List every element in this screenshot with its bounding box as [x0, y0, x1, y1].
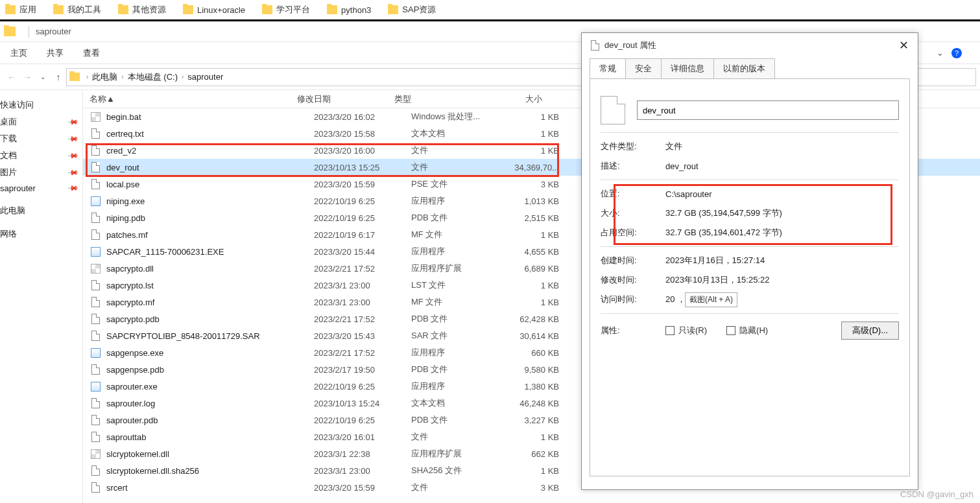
- sidebar-network[interactable]: 网络: [0, 226, 82, 242]
- sidebar-item[interactable]: 文档📌: [0, 147, 82, 164]
- bookmark-item[interactable]: 其他资源: [118, 4, 166, 16]
- exe-icon: [91, 196, 101, 206]
- value-type: 文件: [665, 141, 682, 152]
- col-size[interactable]: 大小: [489, 93, 554, 105]
- bookmark-item[interactable]: 学习平台: [262, 4, 310, 16]
- chevron-down-icon[interactable]: ⌄: [35, 73, 51, 80]
- advanced-button[interactable]: 高级(D)...: [841, 322, 899, 340]
- file-icon: [91, 162, 100, 172]
- file-icon: [91, 482, 100, 493]
- value-disk: 32.7 GB (35,194,601,472 字节): [665, 227, 782, 239]
- sidebar-item[interactable]: 桌面📌: [0, 113, 82, 130]
- col-date[interactable]: 修改日期: [297, 93, 394, 105]
- folder-icon: [53, 5, 64, 14]
- col-name[interactable]: 名称▲: [90, 93, 297, 105]
- value-desc: dev_rout: [665, 161, 699, 171]
- file-icon: [91, 331, 100, 341]
- col-type[interactable]: 类型: [394, 93, 489, 105]
- crumb-pc[interactable]: 此电脑: [90, 71, 120, 83]
- file-icon: [91, 128, 100, 139]
- file-icon: [91, 314, 100, 324]
- folder-icon: [118, 5, 128, 14]
- tab-share[interactable]: 共享: [47, 47, 64, 59]
- dialog-tabs: 常规安全详细信息以前的版本: [582, 58, 918, 78]
- folder-icon: [388, 5, 398, 14]
- exe-icon: [91, 247, 101, 257]
- tab-home[interactable]: 主页: [10, 47, 27, 59]
- folder-icon: [4, 27, 16, 36]
- nav-sidebar: 快速访问 桌面📌下载📌文档📌图片📌saprouter📌 此电脑 网络: [0, 90, 83, 503]
- filename-input[interactable]: [637, 100, 899, 120]
- dialog-tab[interactable]: 详细信息: [661, 58, 714, 79]
- folder-icon: [327, 5, 337, 14]
- folder-icon: [262, 5, 272, 14]
- bookmarks-bar: 应用我的工具其他资源Linux+oracle学习平台python3SAP资源: [0, 0, 980, 19]
- sidebar-item[interactable]: saprouter📌: [0, 181, 82, 196]
- bookmark-item[interactable]: 应用: [5, 4, 36, 16]
- label-size: 大小:: [601, 207, 665, 219]
- label-desc: 描述:: [601, 160, 665, 172]
- crumb-folder[interactable]: saprouter: [185, 72, 226, 82]
- label-type: 文件类型:: [601, 141, 665, 152]
- file-icon: [91, 179, 100, 189]
- value-modified: 2023年10月13日，15:25:22: [665, 274, 769, 286]
- file-icon: [91, 229, 100, 240]
- label-attributes: 属性:: [601, 325, 665, 336]
- value-location: C:\saprouter: [665, 189, 712, 199]
- system-icon: [91, 449, 101, 459]
- nav-forward-icon[interactable]: →: [19, 72, 35, 82]
- bookmark-item[interactable]: 我的工具: [53, 4, 101, 16]
- value-size: 32.7 GB (35,194,547,599 字节): [665, 207, 782, 219]
- folder-icon: [69, 73, 80, 81]
- bookmark-item[interactable]: SAP资源: [388, 4, 436, 16]
- dialog-tab[interactable]: 安全: [625, 58, 662, 79]
- system-icon: [91, 264, 101, 274]
- folder-icon: [183, 5, 193, 14]
- sidebar-this-pc[interactable]: 此电脑: [0, 202, 82, 219]
- separator: [29, 26, 29, 38]
- label-location: 位置:: [601, 188, 665, 200]
- chevron-down-icon[interactable]: ⌄: [937, 48, 944, 58]
- file-icon: [91, 432, 100, 442]
- properties-dialog: dev_rout 属性 ✕ 常规安全详细信息以前的版本 文件类型:文件 描述:d…: [581, 32, 918, 490]
- pin-icon: 📌: [66, 166, 78, 178]
- file-icon: [601, 96, 625, 124]
- file-icon: [91, 280, 100, 290]
- pin-icon: 📌: [66, 115, 78, 128]
- dialog-tab[interactable]: 以前的版本: [713, 58, 775, 79]
- crumb-drive[interactable]: 本地磁盘 (C:): [125, 71, 180, 83]
- screenshot-tooltip: 截图(Alt + A): [685, 292, 737, 307]
- file-icon: [91, 213, 100, 223]
- tab-view[interactable]: 查看: [83, 47, 100, 59]
- close-icon[interactable]: ✕: [899, 38, 909, 53]
- file-icon: [591, 40, 599, 51]
- checkbox-readonly[interactable]: 只读(R): [665, 325, 707, 336]
- dialog-body: 文件类型:文件 描述:dev_rout 位置:C:\saprouter 大小:3…: [590, 78, 910, 476]
- watermark: CSDN @gavin_gxh: [900, 489, 974, 499]
- help-icon[interactable]: ?: [951, 48, 962, 58]
- checkbox-hidden[interactable]: 隐藏(H): [726, 325, 768, 336]
- label-modified: 修改时间:: [601, 274, 665, 286]
- sidebar-item[interactable]: 图片📌: [0, 164, 82, 181]
- sidebar-item[interactable]: 下载📌: [0, 130, 82, 147]
- chevron-right-icon[interactable]: ›: [85, 73, 90, 80]
- label-created: 创建时间:: [601, 255, 665, 266]
- file-icon: [91, 297, 100, 307]
- nav-up-icon[interactable]: ↑: [51, 72, 66, 82]
- pin-icon: 📌: [66, 149, 78, 161]
- file-icon: [91, 415, 100, 425]
- file-icon: [91, 145, 100, 156]
- nav-back-icon[interactable]: ←: [4, 72, 19, 82]
- sort-asc-icon: ▲: [106, 94, 115, 104]
- bookmark-item[interactable]: python3: [327, 5, 371, 15]
- label-accessed: 访问时间:: [601, 294, 665, 305]
- chevron-right-icon[interactable]: ›: [180, 73, 185, 80]
- value-created: 2023年1月16日，15:27:14: [665, 255, 765, 266]
- folder-icon: [5, 5, 16, 14]
- dialog-tab[interactable]: 常规: [590, 58, 626, 79]
- chevron-right-icon[interactable]: ›: [120, 73, 125, 80]
- bookmark-item[interactable]: Linux+oracle: [183, 5, 245, 15]
- sidebar-quick-access[interactable]: 快速访问: [0, 97, 82, 113]
- dialog-title: dev_rout 属性: [604, 40, 656, 51]
- pin-icon: 📌: [66, 132, 78, 145]
